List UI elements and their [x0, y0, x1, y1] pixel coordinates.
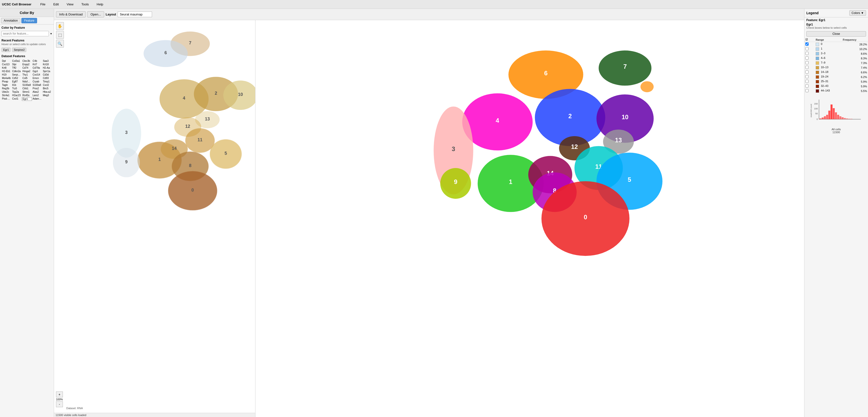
menu-help[interactable]: Help	[95, 2, 105, 7]
dataset-feature-lars2[interactable]: Lars2	[32, 94, 42, 97]
dataset-feature-cd93[interactable]: Cd93	[42, 76, 52, 80]
legend-row-9[interactable]: 32–43 5.9%	[804, 84, 868, 89]
dataset-feature-plvap[interactable]: Plvap	[1, 80, 11, 83]
dataset-feature-krt7[interactable]: Krt7	[32, 63, 42, 66]
dataset-feature-cryab[interactable]: Cryab	[32, 80, 42, 83]
info-download-button[interactable]: Info & Download	[56, 11, 86, 18]
menu-tools[interactable]: Tools	[80, 2, 90, 7]
dataset-feature-h19[interactable]: H19	[1, 73, 11, 76]
dataset-feature-birc5[interactable]: Birc5	[42, 87, 52, 90]
dataset-feature-tagln[interactable]: Tagln	[1, 83, 11, 86]
dataset-feature-cxcl1[interactable]: Cxcl1	[12, 97, 22, 101]
dataset-feature-ube2c[interactable]: Ube2c	[1, 90, 11, 94]
dataset-feature-egfl7[interactable]: Egfl7	[12, 80, 22, 83]
legend-row-2[interactable]: 2–3 8.6%	[804, 51, 868, 56]
dataset-feature-ms4a4b[interactable]: Ms4a4b	[1, 76, 11, 80]
dataset-feature-cd79a[interactable]: Cd79a	[32, 66, 42, 69]
legend-row-6[interactable]: 14–18 6.6%	[804, 70, 868, 75]
dataset-feature-col5[interactable]: Col5	[22, 76, 32, 80]
dataset-feature-col3a1[interactable]: Col3a1	[12, 59, 22, 63]
dataset-feature-prss2[interactable]: Prss2	[32, 87, 42, 90]
legend-close-button[interactable]: Close	[806, 31, 866, 37]
dataset-feature-stmn1[interactable]: Stmn1	[22, 90, 32, 94]
dataset-feature-cxcl2[interactable]: Cxcl2	[42, 83, 52, 86]
colors-button[interactable]: Colors ▼	[849, 10, 866, 16]
dataset-feature-h2-aa[interactable]: H2-Aa	[42, 66, 52, 69]
dataset-feature-thy1[interactable]: Thy1	[22, 73, 32, 76]
legend-row-1[interactable]: 1 10.2%	[804, 46, 868, 51]
dataset-feature-pisd-ps1[interactable]: Pisd-ps1	[1, 97, 11, 101]
dataset-feature-krt18[interactable]: Krt18	[42, 63, 52, 66]
dataset-feature-ggct[interactable]: Ggct	[32, 70, 42, 73]
legend-checkbox-5[interactable]	[805, 66, 809, 69]
dataset-feature-timp1[interactable]: Timp1	[42, 80, 52, 83]
dataset-feature-try5[interactable]: Try5	[12, 87, 22, 90]
dataset-feature-rn45s[interactable]: Rn45s	[22, 94, 32, 97]
dataset-feature-il1b[interactable]: Il1b	[12, 83, 22, 86]
scatter-left[interactable]: ✋ ⬚ 🔍 7 6	[54, 20, 255, 417]
dataset-feature-alas2[interactable]: Alas2	[32, 90, 42, 94]
dataset-feature-adamts4[interactable]: Adamts4	[32, 97, 42, 101]
legend-checkbox-1[interactable]	[805, 47, 809, 50]
select-tool[interactable]: ⬚	[56, 31, 64, 39]
dataset-feature-cd52[interactable]: Cd52	[12, 76, 22, 80]
legend-checkbox-3[interactable]	[805, 57, 809, 60]
scatter-plot-left[interactable]: 7 6 4 2 10	[54, 20, 255, 413]
dataset-feature-c4b[interactable]: C4b	[32, 59, 42, 63]
zoom-in-button[interactable]: +	[56, 391, 63, 397]
recent-feature-egr1[interactable]: Egr1	[1, 47, 10, 52]
legend-checkbox-10[interactable]	[805, 89, 809, 92]
legend-row-4[interactable]: 7–9 7.3%	[804, 61, 868, 65]
dataset-feature-ctrb1[interactable]: Ctrb1	[22, 87, 32, 90]
dataset-feature-cxcl13[interactable]: Cxcl13	[1, 63, 11, 66]
dataset-feature-top2a[interactable]: Top2a	[12, 90, 22, 94]
tab-annotation[interactable]: Annotation	[1, 18, 21, 23]
dataset-feature-s100a9[interactable]: S100a9	[22, 83, 32, 86]
dataset-feature-tff2[interactable]: Tff2	[12, 66, 22, 69]
dataset-feature-hmga2[interactable]: Hmga2	[22, 70, 32, 73]
legend-row-0[interactable]: 0 28.2%	[804, 42, 868, 47]
scatter-plot-right[interactable]: 7 6 4 2 10 3	[255, 20, 804, 417]
tab-feature[interactable]: Feature	[21, 18, 37, 23]
zoom-out-button[interactable]: -	[56, 401, 63, 407]
menu-view[interactable]: View	[65, 2, 75, 7]
scatter-right[interactable]: 7 6 4 2 10 3	[255, 20, 804, 417]
legend-checkbox-2[interactable]	[805, 52, 809, 55]
dataset-feature-cd3d[interactable]: Cd3d	[42, 73, 52, 76]
legend-checkbox-0[interactable]	[805, 42, 809, 46]
dataset-feature-sprr1a[interactable]: Sprr1a	[42, 70, 52, 73]
search-dropdown-icon[interactable]: ▼	[50, 32, 52, 35]
dataset-feature-slpi[interactable]: Slpi	[12, 63, 22, 66]
dataset-feature-s100a8[interactable]: S100a8	[32, 83, 42, 86]
legend-row-8[interactable]: 25–31 5.9%	[804, 79, 868, 84]
dataset-feature-cdkn2a[interactable]: Cdkn2a	[12, 70, 22, 73]
dataset-feature-enpp2[interactable]: Enpp2	[22, 63, 32, 66]
dataset-feature-clec3b[interactable]: Clec3b	[22, 59, 32, 63]
search-tool[interactable]: 🔍	[56, 40, 64, 47]
legend-row-3[interactable]: 4–6 8.3%	[804, 56, 868, 61]
dataset-feature-hba-a2[interactable]: Hba-a2	[42, 90, 52, 94]
menu-file[interactable]: File	[39, 2, 47, 7]
legend-checkbox-8[interactable]	[805, 80, 809, 83]
menu-edit[interactable]: Edit	[52, 2, 60, 7]
dataset-feature-saa3[interactable]: Saa3	[42, 59, 52, 63]
legend-row-5[interactable]: 10–13 7.4%	[804, 65, 868, 70]
legend-row-7[interactable]: 19–24 6.2%	[804, 75, 868, 79]
dataset-feature-reg3b[interactable]: Reg3b	[1, 87, 11, 90]
hand-tool[interactable]: ✋	[56, 22, 64, 30]
dataset-feature-h2ac23[interactable]: H2ac23	[12, 94, 22, 97]
dataset-feature-slc4a1[interactable]: Slc4a1	[1, 94, 11, 97]
dataset-feature-ndufa4l2[interactable]: Ndufa4l2	[22, 80, 32, 83]
legend-checkbox-4[interactable]	[805, 61, 809, 64]
legend-checkbox-7[interactable]	[805, 75, 809, 78]
dataset-feature-meg3[interactable]: Meg3	[42, 94, 52, 97]
recent-feature-serpine2[interactable]: Serpine2	[12, 47, 26, 52]
dataset-feature-emcn[interactable]: Emcn	[32, 76, 42, 80]
legend-checkbox-6[interactable]	[805, 70, 809, 74]
legend-checkbox-9[interactable]	[805, 84, 809, 88]
open-button[interactable]: Open...	[87, 11, 104, 18]
dataset-feature-h2-eb1[interactable]: H2-Eb1	[1, 70, 11, 73]
dataset-feature-serpine2[interactable]: Serpine2	[12, 73, 22, 76]
feature-search-input[interactable]	[1, 31, 49, 36]
dataset-feature-krt8[interactable]: Krt8	[1, 66, 11, 69]
